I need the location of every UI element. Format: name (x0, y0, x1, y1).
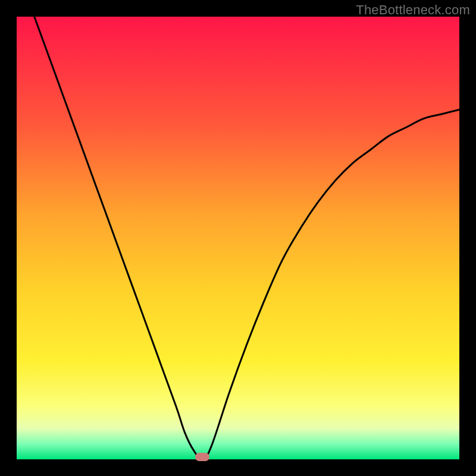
chart-frame: TheBottleneck.com (0, 0, 476, 476)
curve-svg (17, 17, 459, 459)
watermark-label: TheBottleneck.com (356, 2, 470, 18)
plot-area (17, 17, 459, 459)
minimum-marker (195, 453, 209, 461)
bottleneck-curve (35, 17, 459, 459)
